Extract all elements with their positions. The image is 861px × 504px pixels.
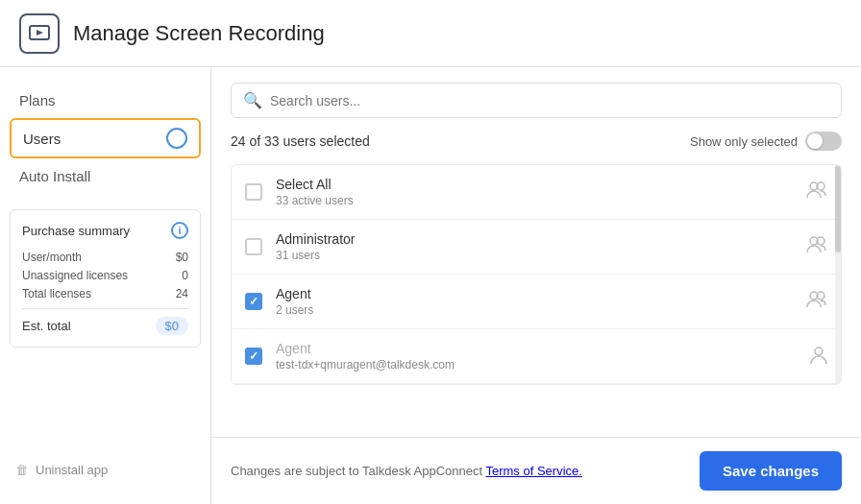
purchase-summary-title: Purchase summary [22, 224, 130, 238]
select-all-checkbox[interactable] [245, 183, 262, 201]
table-row: Administrator 31 users [232, 220, 841, 275]
svg-marker-1 [37, 30, 43, 36]
agent-group-sub: 2 users [276, 303, 793, 317]
screen-recording-icon [19, 13, 60, 54]
page-header: Manage Screen Recording [0, 0, 861, 67]
select-all-sub: 33 active users [276, 194, 793, 207]
user-list: Select All 33 active users Administrator… [231, 164, 842, 385]
uninstall-app-button[interactable]: 🗑 Uninstall app [0, 451, 210, 489]
sidebar-item-plans[interactable]: Plans [0, 83, 210, 118]
content-area: 🔍 24 of 33 users selected Show only sele… [211, 67, 861, 504]
user-count-row: 24 of 33 users selected Show only select… [231, 132, 842, 151]
info-icon[interactable]: i [171, 222, 188, 239]
summary-divider [22, 308, 188, 309]
agent-individual-checkbox[interactable] [245, 348, 262, 365]
save-changes-button[interactable]: Save changes [700, 451, 842, 491]
user-month-row: User/month $0 [22, 251, 188, 264]
agent-individual-email: test-tdx+qmuragent@talkdesk.com [276, 358, 797, 372]
sidebar-item-users[interactable]: Users [10, 118, 201, 158]
table-row: Agent test-tdx+qmuragent@talkdesk.com [232, 329, 841, 384]
agent-group-checkbox[interactable] [245, 293, 262, 310]
purchase-summary-panel: Purchase summary i User/month $0 Unassig… [10, 209, 201, 348]
agent-individual-info: Agent test-tdx+qmuragent@talkdesk.com [276, 341, 797, 372]
svg-point-8 [815, 348, 823, 355]
purchase-summary-header: Purchase summary i [22, 222, 188, 239]
group-icon [806, 235, 827, 259]
administrator-info: Administrator 31 users [276, 231, 793, 262]
est-total-row: Est. total $0 [22, 317, 188, 335]
show-only-selected-control: Show only selected [690, 132, 842, 151]
search-input[interactable] [270, 93, 829, 108]
users-circle-icon [166, 128, 187, 149]
page-title: Manage Screen Recording [73, 21, 325, 46]
terms-of-service-link[interactable]: Terms of Service. [485, 464, 581, 478]
search-icon: 🔍 [243, 91, 262, 109]
est-total-badge: $0 [156, 317, 188, 335]
search-bar: 🔍 [231, 83, 842, 118]
total-licenses-row: Total licenses 24 [22, 287, 188, 300]
footer-info-text: Changes are subject to Talkdesk AppConne… [231, 464, 582, 478]
show-only-selected-label: Show only selected [690, 134, 798, 149]
table-row: Agent 2 users [232, 275, 841, 329]
administrator-checkbox[interactable] [245, 238, 262, 255]
select-all-info: Select All 33 active users [276, 177, 793, 207]
group-icon [806, 180, 827, 204]
sidebar: Plans Users Auto Install Purchase summar… [0, 67, 211, 504]
person-icon [810, 346, 827, 368]
sidebar-item-auto-install[interactable]: Auto Install [0, 158, 210, 194]
content-inner: 🔍 24 of 33 users selected Show only sele… [211, 67, 861, 437]
select-all-name: Select All [276, 177, 793, 192]
trash-icon: 🗑 [15, 463, 28, 477]
unassigned-licenses-row: Unassigned licenses 0 [22, 269, 188, 282]
scrollbar-track [835, 165, 841, 384]
agent-group-name: Agent [276, 286, 793, 301]
user-count-text: 24 of 33 users selected [231, 133, 370, 149]
footer: Changes are subject to Talkdesk AppConne… [211, 437, 861, 504]
agent-individual-name: Agent [276, 341, 797, 356]
agent-group-info: Agent 2 users [276, 286, 793, 317]
main-layout: Plans Users Auto Install Purchase summar… [0, 67, 861, 504]
administrator-name: Administrator [276, 231, 793, 247]
table-row: Select All 33 active users [232, 165, 841, 220]
scrollbar-thumb[interactable] [835, 165, 841, 252]
show-only-selected-toggle[interactable] [805, 132, 842, 151]
administrator-sub: 31 users [276, 249, 793, 262]
group-icon [806, 290, 827, 314]
